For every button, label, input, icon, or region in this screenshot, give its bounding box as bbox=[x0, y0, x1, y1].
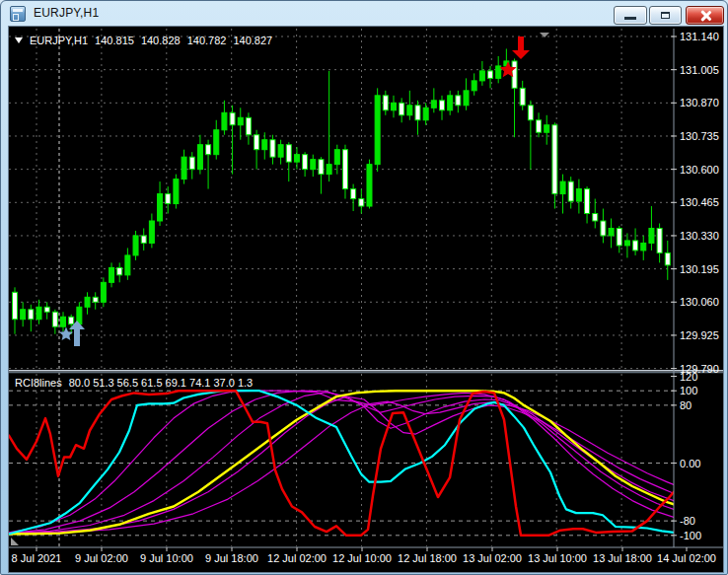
indicator-axis-label: 80 bbox=[680, 399, 692, 411]
restore-button[interactable] bbox=[649, 6, 682, 25]
indicator-name: RCI8lines bbox=[15, 377, 62, 389]
candle-bull bbox=[464, 91, 469, 106]
candle-bear bbox=[93, 297, 98, 302]
candle-bear bbox=[657, 228, 662, 252]
candle-bull bbox=[375, 96, 380, 165]
candle-bull bbox=[125, 255, 130, 275]
candle-bear bbox=[488, 71, 493, 78]
price-axis-label: 130.330 bbox=[680, 230, 719, 242]
candle-bull bbox=[327, 165, 331, 175]
candle-bear bbox=[415, 106, 420, 120]
time-axis-label: 9 Jul 02:00 bbox=[75, 552, 128, 564]
candle-bear bbox=[456, 96, 461, 106]
candle-bear bbox=[166, 194, 171, 204]
time-axis-label: 9 Jul 10:00 bbox=[140, 552, 193, 564]
candle-bull bbox=[407, 106, 412, 115]
time-axis-label: 12 Jul 18:00 bbox=[398, 552, 457, 564]
price-axis-label: 129.925 bbox=[680, 329, 719, 341]
candle-bull bbox=[624, 241, 629, 246]
candle-bear bbox=[383, 96, 388, 110]
time-axis-label: 12 Jul 10:00 bbox=[332, 552, 392, 564]
candle-bull bbox=[109, 267, 114, 282]
candle-bear bbox=[13, 292, 18, 319]
time-axis-label: 14 Jul 02:00 bbox=[657, 552, 716, 564]
minimize-button[interactable] bbox=[614, 6, 647, 25]
indicator-axis-label: -100 bbox=[680, 530, 701, 541]
candle-bull bbox=[641, 243, 646, 250]
time-axis-label: 9 Jul 18:00 bbox=[205, 552, 258, 564]
header-symbol: EURJPY,H1 bbox=[30, 35, 88, 46]
candle-bear bbox=[400, 103, 404, 114]
candle-bull bbox=[262, 140, 267, 150]
candle-bear bbox=[342, 150, 347, 189]
price-axis-label: 130.600 bbox=[680, 164, 719, 176]
candle-bear bbox=[44, 307, 49, 312]
candle-bull bbox=[278, 145, 283, 157]
candle-bear bbox=[246, 117, 251, 134]
candle-bear bbox=[117, 267, 122, 274]
time-axis-label: 13 Jul 10:00 bbox=[528, 552, 587, 564]
candle-bear bbox=[617, 228, 621, 245]
sell-arrow-shaft[interactable] bbox=[518, 36, 524, 50]
candle-bear bbox=[351, 189, 356, 199]
candle-bear bbox=[69, 317, 74, 323]
candle-bull bbox=[174, 180, 179, 204]
candle-bull bbox=[311, 160, 316, 170]
candle-bull bbox=[560, 181, 565, 193]
candle-bear bbox=[593, 214, 598, 221]
candle-bull bbox=[423, 108, 428, 119]
chart-ohlc-header: EURJPY,H1 140.815 140.828 140.782 140.82… bbox=[15, 35, 279, 46]
candle-bull bbox=[545, 125, 549, 132]
candle-bear bbox=[141, 236, 146, 243]
candle-bear bbox=[270, 140, 275, 157]
candle-bull bbox=[21, 310, 26, 320]
candle-bull bbox=[391, 103, 396, 109]
candle-bull bbox=[496, 66, 501, 78]
candle-bear bbox=[440, 101, 445, 110]
candle-bull bbox=[472, 81, 476, 91]
indicator-values: 80.0 51.3 56.5 61.5 69.1 74.1 37.0 1.3 bbox=[69, 377, 254, 389]
buy-arrow-shaft[interactable] bbox=[74, 329, 80, 346]
candle-bear bbox=[585, 189, 590, 214]
header-open: 140.815 bbox=[95, 35, 134, 46]
candle-bear bbox=[633, 241, 638, 251]
time-axis-label: 13 Jul 02:00 bbox=[463, 552, 522, 564]
restore-icon bbox=[661, 12, 670, 19]
candle-bull bbox=[609, 228, 614, 235]
candle-bull bbox=[214, 130, 219, 155]
candle-bull bbox=[182, 157, 186, 179]
indicator-axis-label: 100 bbox=[680, 385, 697, 396]
candle-bear bbox=[520, 88, 525, 105]
candle-bull bbox=[197, 145, 202, 170]
candle-bull bbox=[334, 150, 339, 165]
candle-bull bbox=[448, 96, 453, 110]
window-title: EURJPY,H1 bbox=[34, 6, 99, 20]
candle-bear bbox=[206, 145, 211, 155]
candle-bear bbox=[230, 112, 235, 124]
chart-window-icon bbox=[10, 6, 26, 22]
candle-bull bbox=[149, 221, 154, 243]
pane-separator-light[interactable] bbox=[9, 370, 723, 372]
candle-bull bbox=[36, 307, 41, 319]
time-axis-label: 12 Jul 02:00 bbox=[267, 552, 327, 564]
candle-bull bbox=[431, 101, 436, 108]
candle-bull bbox=[85, 297, 90, 307]
candle-bear bbox=[29, 310, 34, 320]
price-axis-label: 131.140 bbox=[680, 31, 719, 42]
chart-canvas[interactable]: 131.140131.005130.870130.735130.600130.4… bbox=[9, 27, 723, 572]
candle-bear bbox=[537, 120, 542, 132]
candle-bear bbox=[512, 61, 517, 88]
symbol-dropdown-icon[interactable] bbox=[15, 37, 23, 43]
chart-area[interactable]: 131.140131.005130.870130.735130.600130.4… bbox=[8, 26, 724, 573]
price-axis-label: 130.195 bbox=[680, 263, 719, 275]
candle-bear bbox=[552, 125, 557, 194]
close-icon bbox=[699, 10, 710, 21]
header-close: 140.827 bbox=[233, 35, 272, 46]
indicator-axis-label: 0.00 bbox=[680, 458, 700, 469]
time-axis-label: 8 Jul 2021 bbox=[12, 552, 62, 564]
candle-bear bbox=[303, 155, 308, 170]
window-titlebar[interactable]: EURJPY,H1 bbox=[1, 1, 727, 27]
candle-bear bbox=[528, 106, 533, 120]
close-button[interactable] bbox=[686, 6, 724, 25]
mt4-chart-window: EURJPY,H1 131.140131.005130.870130.73513… bbox=[0, 0, 728, 575]
